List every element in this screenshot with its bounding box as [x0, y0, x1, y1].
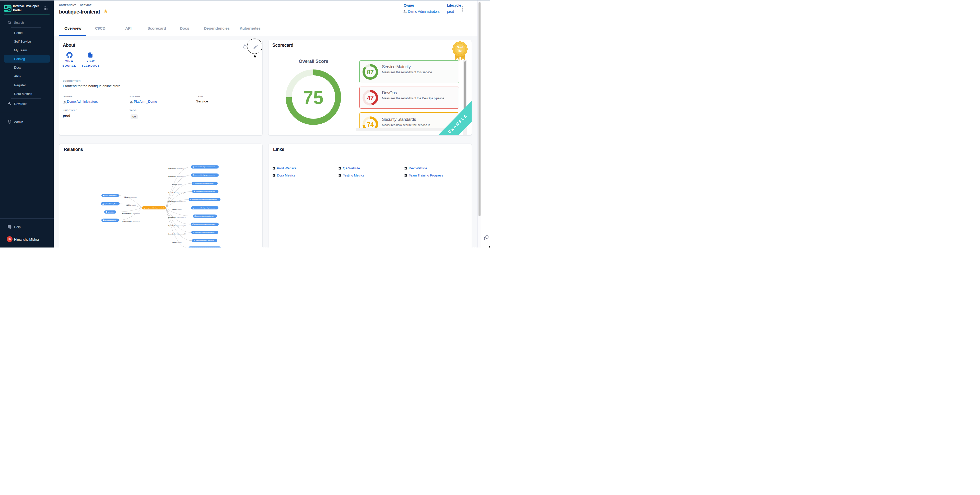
svg-text:dependsOn / dependencyOf: dependsOn / dependencyOf [168, 192, 186, 194]
svg-text:api:petstore: api:petstore [108, 212, 115, 213]
svg-text:apiProvidedBy / providesApi: apiProvidedBy / providesApi [122, 213, 140, 214]
svg-text:Gold: Gold [457, 46, 463, 49]
svg-text:component:boutique-productcata: component:boutique-productcatalogservice [192, 199, 217, 200]
svg-text:component:boutique-currencyser: component:boutique-currencyservice [194, 166, 215, 167]
svg-text:dependsOn / dependencyOf: dependsOn / dependencyOf [168, 201, 186, 202]
svg-text:component:boutique-cartservice: component:boutique-cartservice [196, 240, 214, 241]
svg-text:component:boutique-adservice: component:boutique-adservice [196, 216, 213, 217]
svg-text:component:boutique-loadgenerat: component:boutique-loadgenerator [195, 232, 215, 233]
svg-text:apiProvidedBy / providesApi: apiProvidedBy / providesApi [122, 221, 140, 223]
svg-text:component:boutique-checkoutser: component:boutique-checkoutservice [194, 224, 216, 225]
svg-text:ownerOf / ownedBy: ownerOf / ownedBy [124, 196, 137, 198]
svg-text:hasPart / partOf: hasPart / partOf [172, 184, 182, 185]
svg-text:component:boutique-shippingser: component:boutique-shippingservice [195, 207, 216, 209]
svg-text:component:boutique-emailservic: component:boutique-emailservice [196, 191, 215, 192]
svg-text:hasPart / partOf: hasPart / partOf [126, 204, 136, 206]
svg-text:dependsOn / dependencyOf: dependsOn / dependencyOf [168, 167, 186, 169]
svg-text:Tier: Tier [458, 49, 463, 52]
svg-text:system:Platform_Demo: system:Platform_Demo [104, 203, 117, 205]
svg-text:hasPart / partOf: hasPart / partOf [172, 209, 182, 210]
svg-text:Demo Administrators: Demo Administrators [105, 195, 117, 196]
svg-text:component:boutique-paymentserv: component:boutique-paymentservice [194, 175, 215, 176]
svg-text:dependsOn / dependencyOf: dependsOn / dependencyOf [168, 176, 186, 177]
svg-text:dependsOn / dependencyOf: dependsOn / dependencyOf [168, 225, 186, 226]
svg-text:component:boutique-frontend: component:boutique-frontend [146, 207, 164, 209]
svg-text:api:starwars-graphql: api:starwars-graphql [105, 220, 116, 221]
svg-text:?: ? [8, 226, 10, 227]
svg-text:component:boutique-redisservic: component:boutique-redisservice [196, 183, 214, 184]
svg-text:dependsOn / dependencyOf: dependsOn / dependencyOf [168, 233, 186, 235]
svg-text:hasPart / partOf: hasPart / partOf [172, 241, 182, 243]
svg-text:dependsOn / dependencyOf: dependsOn / dependencyOf [168, 217, 186, 218]
